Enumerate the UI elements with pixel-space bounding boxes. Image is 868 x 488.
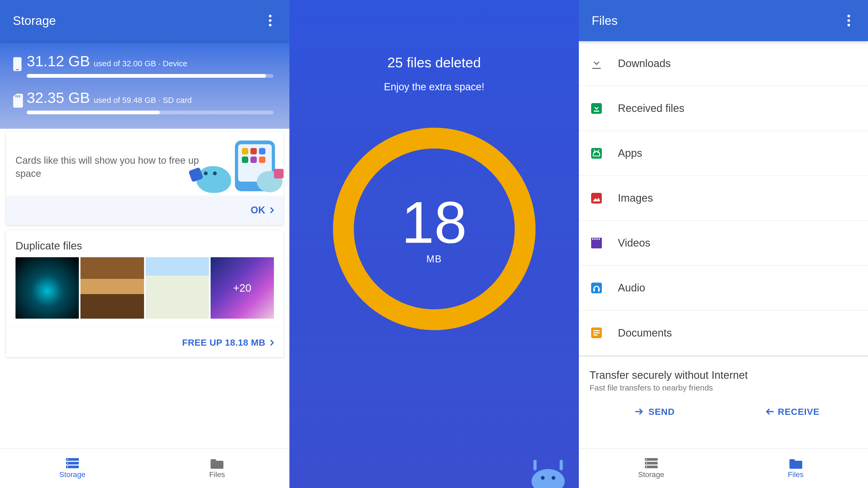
category-downloads[interactable]: Downloads bbox=[579, 41, 868, 86]
svg-rect-35 bbox=[596, 238, 597, 240]
storage-sd-row[interactable]: 32.35 GB used of 59.48 GB · SD card bbox=[8, 85, 281, 122]
category-label: Apps bbox=[618, 147, 642, 159]
svg-point-22 bbox=[847, 24, 850, 27]
svg-rect-16 bbox=[533, 460, 537, 470]
more-button[interactable] bbox=[840, 12, 857, 29]
nav-files-label: Files bbox=[788, 470, 804, 479]
nav-files-tab[interactable]: Files bbox=[145, 449, 290, 488]
svg-point-49 bbox=[646, 466, 647, 467]
category-audio[interactable]: Audio bbox=[579, 265, 868, 311]
thumbnail[interactable] bbox=[146, 257, 209, 319]
category-videos[interactable]: Videos bbox=[579, 221, 868, 265]
transfer-section: Transfer securely without Internet Fast … bbox=[579, 357, 868, 419]
category-images[interactable]: Images bbox=[579, 176, 868, 221]
sd-used: 32.35 GB bbox=[27, 89, 90, 106]
storage-screen: Storage 31.12 GB used of 32.00 GB · Devi… bbox=[0, 0, 289, 488]
send-label: SEND bbox=[648, 406, 675, 417]
svg-rect-3 bbox=[13, 57, 21, 71]
receive-icon bbox=[764, 408, 774, 416]
appbar: Files bbox=[579, 0, 868, 41]
device-used: 31.12 GB bbox=[27, 52, 90, 70]
svg-point-19 bbox=[552, 476, 555, 480]
transfer-subtitle: Fast file transfers to nearby friends bbox=[590, 383, 857, 392]
device-icon bbox=[8, 52, 27, 71]
svg-rect-30 bbox=[591, 193, 602, 203]
category-label: Videos bbox=[618, 237, 650, 249]
freed-amount: 18 bbox=[401, 193, 467, 252]
bottom-nav: Storage Files bbox=[579, 449, 868, 488]
category-label: Images bbox=[618, 192, 653, 204]
cleanup-result-screen: 25 files deleted Enjoy the extra space! … bbox=[289, 0, 579, 488]
tip-card-ok-button[interactable]: OK bbox=[6, 196, 283, 225]
send-button[interactable]: SEND bbox=[590, 405, 720, 419]
storage-icon bbox=[66, 458, 79, 469]
svg-rect-33 bbox=[592, 238, 593, 240]
svg-point-18 bbox=[541, 476, 545, 480]
storage-icon bbox=[645, 458, 658, 469]
nav-storage-label: Storage bbox=[59, 470, 86, 479]
category-received[interactable]: Received files bbox=[579, 86, 868, 131]
svg-rect-42 bbox=[593, 332, 600, 333]
svg-rect-25 bbox=[591, 148, 602, 159]
duplicate-thumbnails[interactable]: +20 bbox=[6, 257, 283, 328]
category-label: Audio bbox=[618, 282, 645, 294]
svg-point-2 bbox=[269, 24, 272, 27]
appbar-title: Files bbox=[592, 13, 840, 28]
files-screen: Files Downloads Received files Apps bbox=[579, 0, 868, 488]
more-button[interactable] bbox=[261, 12, 279, 29]
thumbnail[interactable] bbox=[81, 257, 144, 319]
svg-rect-5 bbox=[16, 95, 16, 97]
svg-point-12 bbox=[67, 463, 68, 464]
free-up-button[interactable]: FREE UP 18.18 MB bbox=[6, 328, 283, 357]
nav-files-tab[interactable]: Files bbox=[723, 449, 868, 488]
svg-rect-7 bbox=[19, 95, 20, 97]
svg-point-47 bbox=[646, 459, 647, 460]
svg-rect-6 bbox=[18, 95, 18, 97]
storage-device-row[interactable]: 31.12 GB used of 32.00 GB · Device bbox=[8, 48, 281, 85]
svg-rect-37 bbox=[591, 283, 602, 293]
mascot-icon bbox=[528, 459, 568, 488]
category-apps[interactable]: Apps bbox=[579, 131, 868, 176]
receive-label: RECEIVE bbox=[778, 406, 819, 417]
apps-icon bbox=[589, 146, 604, 161]
tip-card-ok-label: OK bbox=[251, 205, 266, 216]
send-icon bbox=[635, 408, 645, 416]
receive-button[interactable]: RECEIVE bbox=[726, 405, 857, 419]
sd-card-icon bbox=[8, 89, 27, 108]
svg-point-15 bbox=[531, 469, 565, 488]
received-files-icon bbox=[589, 101, 604, 116]
sd-progress bbox=[27, 110, 273, 114]
tip-card-illustration bbox=[207, 143, 277, 191]
svg-rect-36 bbox=[599, 238, 600, 240]
svg-point-13 bbox=[67, 466, 68, 467]
images-icon bbox=[589, 191, 604, 206]
chevron-right-icon bbox=[269, 207, 276, 214]
nav-storage-tab[interactable]: Storage bbox=[579, 449, 723, 488]
more-vert-icon bbox=[269, 15, 272, 27]
thumbnail[interactable] bbox=[16, 257, 79, 319]
svg-rect-39 bbox=[598, 289, 600, 292]
thumbnail-overflow[interactable]: +20 bbox=[211, 257, 274, 319]
download-icon bbox=[589, 56, 604, 71]
category-list: Downloads Received files Apps Images Vid… bbox=[579, 41, 868, 355]
videos-icon bbox=[589, 236, 604, 251]
documents-icon bbox=[589, 325, 604, 340]
chevron-right-icon bbox=[269, 339, 276, 346]
category-documents[interactable]: Documents bbox=[579, 311, 868, 355]
svg-rect-31 bbox=[591, 240, 602, 249]
device-total: used of 32.00 GB · Device bbox=[94, 59, 187, 68]
duplicate-files-title: Duplicate files bbox=[6, 240, 283, 257]
svg-rect-17 bbox=[560, 460, 563, 470]
tip-card-text: Cards like this will show you how to fre… bbox=[16, 154, 205, 180]
nav-storage-tab[interactable]: Storage bbox=[0, 449, 145, 488]
tip-card: Cards like this will show you how to fre… bbox=[6, 131, 283, 225]
sd-total: used of 59.48 GB · SD card bbox=[94, 96, 192, 105]
bottom-nav: Storage Files bbox=[0, 449, 289, 488]
svg-rect-4 bbox=[16, 69, 19, 70]
svg-rect-38 bbox=[593, 289, 595, 292]
free-up-label: FREE UP 18.18 MB bbox=[182, 337, 266, 348]
svg-point-11 bbox=[67, 459, 68, 460]
deleted-heading: 25 files deleted bbox=[388, 55, 481, 70]
category-label: Downloads bbox=[618, 58, 671, 69]
folder-icon bbox=[789, 458, 802, 469]
